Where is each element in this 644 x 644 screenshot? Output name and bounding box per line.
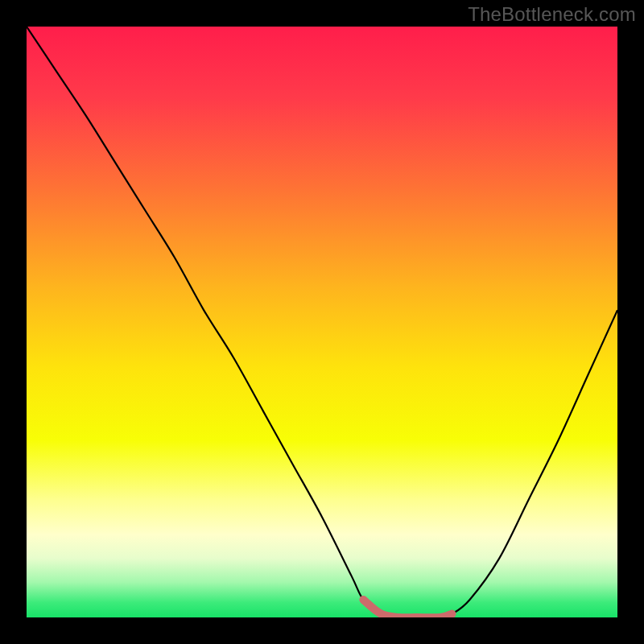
curve-path [27,27,617,617]
watermark-text: TheBottleneck.com [468,3,636,26]
bottleneck-curve [27,27,617,617]
chart-container: TheBottleneck.com [0,0,644,644]
optimal-range-highlight [363,600,452,617]
plot-area [27,27,617,617]
